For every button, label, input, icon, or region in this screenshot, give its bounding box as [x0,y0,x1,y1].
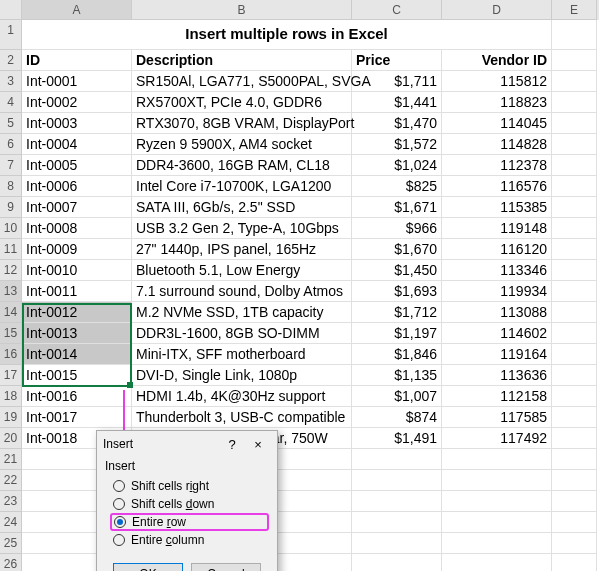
cell-desc[interactable]: Mini-ITX, SFF motherboard [132,344,352,365]
cell-id[interactable]: Int-0001 [22,71,132,92]
cell[interactable] [552,386,597,407]
cell-vendor[interactable]: 114045 [442,113,552,134]
cell-vendor[interactable]: 112158 [442,386,552,407]
row-header[interactable]: 14 [0,302,22,323]
cell-price[interactable]: $874 [352,407,442,428]
cell[interactable] [352,449,442,470]
cell[interactable] [352,470,442,491]
cell[interactable] [552,302,597,323]
cell-vendor[interactable]: 113088 [442,302,552,323]
cell-id[interactable]: Int-0005 [22,155,132,176]
cell-price[interactable]: $1,450 [352,260,442,281]
header-id[interactable]: ID [22,50,132,71]
header-price[interactable]: Price [352,50,442,71]
cell[interactable] [352,533,442,554]
cell-desc[interactable]: SR150Al, LGA771, S5000PAL, SVGA [132,71,352,92]
cell[interactable] [442,554,552,571]
row-header[interactable]: 19 [0,407,22,428]
cell-desc[interactable]: RX5700XT, PCIe 4.0, GDDR6 [132,92,352,113]
cell-id[interactable]: Int-0011 [22,281,132,302]
row-header[interactable]: 4 [0,92,22,113]
cell-price[interactable]: $1,712 [352,302,442,323]
cell[interactable] [552,71,597,92]
cell-id[interactable]: Int-0010 [22,260,132,281]
cell-desc[interactable]: SATA III, 6Gb/s, 2.5" SSD [132,197,352,218]
cell[interactable] [552,155,597,176]
row-header[interactable]: 8 [0,176,22,197]
cancel-button[interactable]: Cancel [191,563,261,571]
row-header[interactable]: 20 [0,428,22,449]
cell[interactable] [552,197,597,218]
cell-vendor[interactable]: 117492 [442,428,552,449]
cell[interactable] [442,533,552,554]
cell[interactable] [552,260,597,281]
row-header[interactable]: 17 [0,365,22,386]
row-header[interactable]: 16 [0,344,22,365]
cell-id[interactable]: Int-0002 [22,92,132,113]
cell-id[interactable]: Int-0007 [22,197,132,218]
row-header[interactable]: 22 [0,470,22,491]
cell-vendor[interactable]: 116576 [442,176,552,197]
cell-price[interactable]: $1,670 [352,239,442,260]
row-header[interactable]: 21 [0,449,22,470]
cell-id[interactable]: Int-0016 [22,386,132,407]
cell-desc[interactable]: USB 3.2 Gen 2, Type-A, 10Gbps [132,218,352,239]
cell-vendor[interactable]: 119148 [442,218,552,239]
cell[interactable] [552,239,597,260]
row-header[interactable]: 18 [0,386,22,407]
row-header[interactable]: 12 [0,260,22,281]
cell[interactable] [552,176,597,197]
col-header-A[interactable]: A [22,0,132,20]
cell-id[interactable]: Int-0012 [22,302,132,323]
dialog-close-button[interactable]: × [245,437,271,452]
cell-price[interactable]: $966 [352,218,442,239]
cell[interactable] [442,512,552,533]
cell-id[interactable]: Int-0003 [22,113,132,134]
col-header-B[interactable]: B [132,0,352,20]
cell[interactable] [552,50,597,71]
cell-price[interactable]: $1,572 [352,134,442,155]
cell-vendor[interactable]: 113346 [442,260,552,281]
cell[interactable] [552,428,597,449]
cell[interactable] [352,512,442,533]
row-header[interactable]: 24 [0,512,22,533]
cell[interactable] [552,323,597,344]
row-header[interactable]: 6 [0,134,22,155]
cell[interactable] [552,281,597,302]
cell-price[interactable]: $1,711 [352,71,442,92]
cell[interactable] [442,449,552,470]
cell-vendor[interactable]: 115385 [442,197,552,218]
cell-desc[interactable]: Thunderbolt 3, USB-C compatible [132,407,352,428]
cell[interactable] [552,344,597,365]
cell-price[interactable]: $1,441 [352,92,442,113]
cell-id[interactable]: Int-0014 [22,344,132,365]
row-header[interactable]: 7 [0,155,22,176]
cell[interactable] [552,470,597,491]
option-entire-column[interactable]: Entire column [113,531,269,549]
cell-price[interactable]: $1,024 [352,155,442,176]
col-header-E[interactable]: E [552,0,597,20]
row-header[interactable]: 1 [0,20,22,50]
cell-price[interactable]: $825 [352,176,442,197]
cell-vendor[interactable]: 119934 [442,281,552,302]
cell[interactable] [442,491,552,512]
cell-desc[interactable]: DDR4-3600, 16GB RAM, CL18 [132,155,352,176]
cell[interactable] [552,407,597,428]
cell-id[interactable]: Int-0013 [22,323,132,344]
cell[interactable] [552,134,597,155]
cell-desc[interactable]: Intel Core i7-10700K, LGA1200 [132,176,352,197]
cell-desc[interactable]: HDMI 1.4b, 4K@30Hz support [132,386,352,407]
cell[interactable] [552,92,597,113]
cell-desc[interactable]: 27" 1440p, IPS panel, 165Hz [132,239,352,260]
cell-price[interactable]: $1,470 [352,113,442,134]
option-shift-right[interactable]: Shift cells right [113,477,269,495]
cell-price[interactable]: $1,671 [352,197,442,218]
row-header[interactable]: 9 [0,197,22,218]
cell-desc[interactable]: DVI-D, Single Link, 1080p [132,365,352,386]
cell-price[interactable]: $1,007 [352,386,442,407]
cell-vendor[interactable]: 116120 [442,239,552,260]
page-title[interactable]: Insert multiple rows in Excel [22,20,552,50]
cell-desc[interactable]: Ryzen 9 5900X, AM4 socket [132,134,352,155]
cell-desc[interactable]: DDR3L-1600, 8GB SO-DIMM [132,323,352,344]
row-header[interactable]: 13 [0,281,22,302]
